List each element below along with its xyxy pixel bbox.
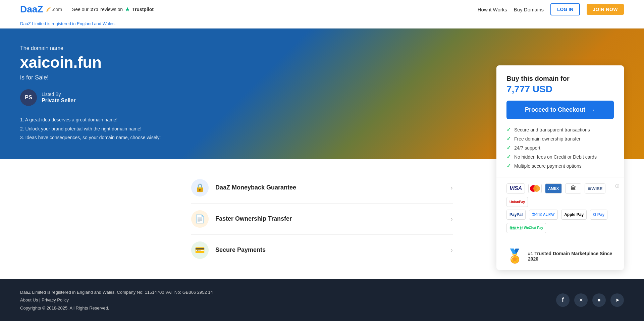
payment-section: ⓘ VISA AMEX 🏛 ≋WISE UnionPay PayPal 支付宝 … bbox=[496, 177, 624, 242]
checkout-arrow-icon: → bbox=[589, 106, 595, 114]
hero-points-list: 1. A great idea deserves a great domain … bbox=[20, 115, 288, 142]
seller-name: Private Seller bbox=[42, 98, 75, 104]
ownership-arrow-icon: › bbox=[450, 215, 453, 223]
unionpay-icon: UnionPay bbox=[506, 197, 528, 207]
medal-icon: 🏅 bbox=[506, 248, 523, 264]
payment-row-1: VISA AMEX 🏛 ≋WISE UnionPay bbox=[506, 183, 614, 207]
checkout-label: Proceed to Checkout bbox=[525, 106, 585, 113]
buy-card: Buy this domain for 7,777 USD Proceed to… bbox=[496, 65, 624, 270]
footer-info: DaaZ Limited is registered in England an… bbox=[20, 288, 213, 312]
trustpilot-brand: Trustpilot bbox=[132, 7, 154, 12]
trusted-text: #1 Trusted Domain Marketplace Since 2020 bbox=[528, 251, 614, 262]
benefit-5: ✓ Multiple secure payment options bbox=[506, 161, 614, 170]
footer: DaaZ Limited is registered in England an… bbox=[0, 279, 644, 321]
seller-listed-by: Listed By bbox=[42, 92, 75, 97]
hero-point-2: 2. Unlock your brand potential with the … bbox=[20, 124, 288, 133]
logo[interactable]: DaaZ .com bbox=[20, 4, 62, 15]
benefit-2: ✓ Free domain ownership transfer bbox=[506, 134, 614, 143]
payments-icon: 💳 bbox=[191, 241, 209, 259]
alipay-payment-icon: 支付宝 ALIPAY bbox=[529, 210, 558, 220]
trustpilot-prefix: See our bbox=[72, 7, 89, 12]
footer-copyright: Copyrights © 2018-2025. All Rights Reser… bbox=[20, 304, 213, 312]
check-icon-4: ✓ bbox=[506, 154, 511, 160]
check-icon-3: ✓ bbox=[506, 145, 511, 151]
feature-moneyback[interactable]: 🔒 DaaZ Moneyback Guarantee › bbox=[191, 172, 453, 204]
twitter-x-social-button[interactable]: ✕ bbox=[574, 293, 588, 307]
registration-banner: DaaZ Limited is registered in England an… bbox=[0, 19, 644, 29]
check-icon-2: ✓ bbox=[506, 135, 511, 142]
trusted-section: 🏅 #1 Trusted Domain Marketplace Since 20… bbox=[496, 242, 624, 270]
nav-buy-domains[interactable]: Buy Domains bbox=[514, 7, 544, 12]
logo-wifi-icon bbox=[43, 6, 51, 12]
paypal-payment-icon: PayPal bbox=[506, 210, 526, 220]
payments-label: Secure Payments bbox=[215, 246, 266, 254]
mastercard-payment-icon bbox=[528, 184, 542, 193]
trustpilot-star-icon: ★ bbox=[125, 6, 130, 13]
applepay-payment-icon: Apple Pay bbox=[561, 210, 587, 220]
seller-info: Listed By Private Seller bbox=[42, 92, 75, 104]
features-section: 🔒 DaaZ Moneyback Guarantee › 📄 Faster Ow… bbox=[171, 159, 473, 279]
header: DaaZ .com See our 271 reviews on ★ Trust… bbox=[0, 0, 644, 19]
whatsapp-social-button[interactable]: ● bbox=[592, 293, 606, 307]
svg-point-0 bbox=[47, 11, 48, 12]
visa-payment-icon: VISA bbox=[506, 183, 525, 193]
benefits-list: ✓ Secure and transparent transactions ✓ … bbox=[506, 125, 614, 170]
hero-section: The domain name xaicoin.fun is for Sale!… bbox=[0, 29, 644, 159]
feature-payments[interactable]: 💳 Secure Payments › bbox=[191, 235, 453, 266]
hero-point-1: 1. A great idea deserves a great domain … bbox=[20, 115, 288, 124]
join-button[interactable]: JOIN NOW bbox=[587, 4, 624, 15]
trustpilot-badge: See our 271 reviews on ★ Trustpilot bbox=[72, 6, 154, 13]
ownership-label: Faster Ownership Transfer bbox=[215, 215, 292, 222]
trustpilot-count: 271 bbox=[91, 7, 98, 12]
hero-for-sale: is for Sale! bbox=[20, 74, 288, 81]
check-icon-1: ✓ bbox=[506, 126, 511, 133]
bank-transfer-icon: 🏛 bbox=[565, 183, 581, 193]
hero-subtitle: The domain name bbox=[20, 45, 288, 51]
feature-ownership[interactable]: 📄 Faster Ownership Transfer › bbox=[191, 204, 453, 235]
benefit-3: ✓ 24/7 support bbox=[506, 143, 614, 152]
hero-domain: xaicoin.fun bbox=[20, 53, 288, 71]
wechat-payment-icon: 微信支付 WeChat Pay bbox=[506, 223, 546, 233]
check-icon-5: ✓ bbox=[506, 163, 511, 169]
footer-company-info: DaaZ Limited is registered in England an… bbox=[20, 288, 213, 296]
wise-payment-icon: ≋WISE bbox=[585, 183, 605, 193]
footer-social: f ✕ ● ➤ bbox=[556, 293, 624, 307]
nav-how-it-works[interactable]: How it Works bbox=[478, 7, 507, 12]
login-button[interactable]: LOG IN bbox=[550, 3, 580, 15]
footer-privacy-link[interactable]: Privacy Policy bbox=[42, 297, 69, 302]
payment-info-icon[interactable]: ⓘ bbox=[615, 183, 619, 189]
payment-row-2: PayPal 支付宝 ALIPAY Apple Pay G Pay 微信支付 W… bbox=[506, 210, 614, 233]
moneyback-arrow-icon: › bbox=[450, 184, 453, 191]
benefit-1: ✓ Secure and transparent transactions bbox=[506, 125, 614, 134]
moneyback-icon: 🔒 bbox=[191, 179, 209, 197]
benefit-4: ✓ No hidden fees on Credit or Debit card… bbox=[506, 152, 614, 161]
ownership-icon: 📄 bbox=[191, 210, 209, 228]
footer-about-link[interactable]: About Us bbox=[20, 297, 38, 302]
trustpilot-suffix: reviews on bbox=[100, 7, 123, 12]
logo-dotcom: .com bbox=[52, 7, 62, 12]
payments-arrow-icon: › bbox=[450, 246, 453, 254]
logo-daaz: DaaZ bbox=[20, 4, 43, 15]
hero-content: The domain name xaicoin.fun is for Sale!… bbox=[20, 45, 288, 142]
facebook-social-button[interactable]: f bbox=[556, 293, 570, 307]
amex-payment-icon: AMEX bbox=[545, 183, 562, 193]
telegram-social-button[interactable]: ➤ bbox=[610, 293, 624, 307]
buy-card-title: Buy this domain for bbox=[506, 75, 614, 82]
banner-text: DaaZ Limited is registered in England an… bbox=[20, 21, 116, 26]
hero-point-3: 3. Ideas have consequences, so your doma… bbox=[20, 133, 288, 142]
gpay-payment-icon: G Pay bbox=[590, 210, 607, 220]
buy-card-inner: Buy this domain for 7,777 USD Proceed to… bbox=[496, 65, 624, 177]
main-nav: How it Works Buy Domains LOG IN JOIN NOW bbox=[478, 3, 624, 15]
buy-card-price: 7,777 USD bbox=[506, 84, 614, 95]
seller-block: PS Listed By Private Seller bbox=[20, 89, 288, 106]
header-left: DaaZ .com See our 271 reviews on ★ Trust… bbox=[20, 4, 154, 15]
footer-links: About Us | Privacy Policy bbox=[20, 296, 213, 304]
checkout-button[interactable]: Proceed to Checkout → bbox=[506, 101, 614, 119]
seller-avatar: PS bbox=[20, 89, 37, 106]
moneyback-label: DaaZ Moneyback Guarantee bbox=[215, 184, 296, 191]
